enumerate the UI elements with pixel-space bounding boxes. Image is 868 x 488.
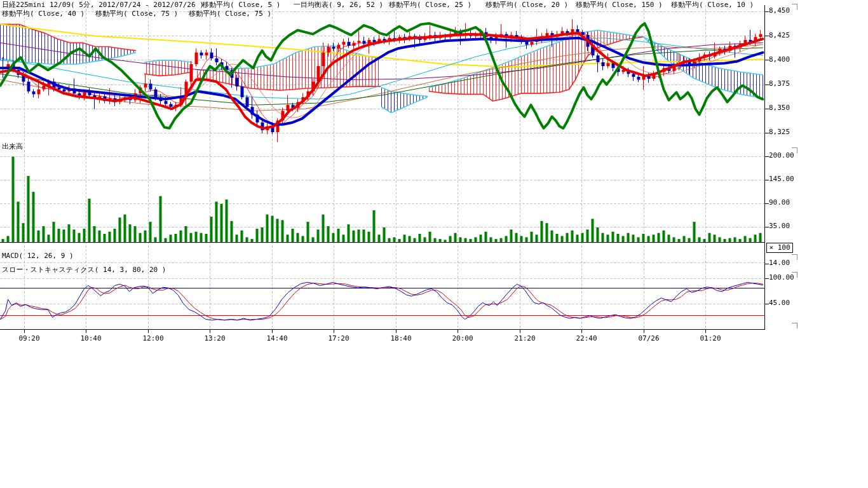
- time-label-0120: 01:20: [700, 335, 721, 342]
- time-label-2120: 21:20: [514, 335, 535, 342]
- time-label-1200: 12:00: [142, 335, 163, 342]
- volume-tick-145: 145.00: [769, 175, 794, 183]
- price-tick-8400: 8,400: [769, 56, 790, 64]
- price-tick-8375: 8,375: [769, 80, 790, 88]
- volume-tick-200: 200.00: [769, 152, 794, 159]
- volume-multiplier-badge: × 100: [766, 243, 793, 253]
- legend-ma-close-150[interactable]: 移動平均( Close, 150 ): [576, 1, 663, 9]
- price-tick-8350: 8,350: [769, 104, 790, 112]
- price-tick-8450: 8,450: [769, 7, 790, 15]
- time-label-2240: 22:40: [576, 335, 597, 342]
- macd-pane-label: MACD( 12, 26, 9 ): [2, 252, 74, 260]
- legend-ma-close-20[interactable]: 移動平均( Close, 20 ): [485, 1, 568, 9]
- volume-tick-35: 35.00: [769, 222, 790, 230]
- volume-tick-90: 90.00: [769, 199, 790, 207]
- chart-title: 日経225mini 12/09( 5分, 2012/07/24 - 2012/0…: [2, 1, 204, 9]
- stoch-pane-resize-handle[interactable]: [792, 272, 797, 278]
- stoch-tick-45: 45.00: [769, 299, 790, 307]
- time-label-1040: 10:40: [80, 335, 101, 342]
- stochastics-pane-label: スロー・ストキャスティクス( 14, 3, 80, 20 ): [2, 266, 166, 274]
- legend-ma-close-75a[interactable]: 移動平均( Close, 75 ): [95, 10, 178, 18]
- bottom-pane-resize-handle[interactable]: [792, 323, 797, 329]
- legend-ma-close-40[interactable]: 移動平均( Close, 40 ): [2, 10, 85, 18]
- time-label-1840: 18:40: [390, 335, 411, 342]
- price-tick-8425: 8,425: [769, 32, 790, 39]
- legend-ichimoku[interactable]: 一目均衡表( 9, 26, 52 ): [294, 1, 383, 9]
- time-label-1440: 14:40: [266, 335, 287, 342]
- time-label-1720: 17:20: [328, 335, 349, 342]
- legend-ma-close-10[interactable]: 移動平均( Close, 10 ): [671, 1, 754, 9]
- price-chart-canvas[interactable]: [0, 0, 868, 356]
- legend-ma-close-75b[interactable]: 移動平均( Close, 75 ): [189, 10, 271, 18]
- time-label-0920: 09:20: [18, 335, 39, 342]
- volume-pane-resize-handle[interactable]: [792, 147, 797, 153]
- price-tick-8325: 8,325: [769, 128, 790, 136]
- macd-tick-14: 14.00: [769, 259, 790, 267]
- main-pane-resize-handle[interactable]: [792, 4, 797, 10]
- macd-pane-resize-handle[interactable]: [792, 254, 797, 260]
- time-label-0726: 07/26: [638, 335, 659, 342]
- stoch-tick-100: 100.00: [769, 274, 794, 281]
- volume-pane-label: 出来高: [2, 143, 23, 151]
- time-label-1320: 13:20: [204, 335, 225, 342]
- legend-ma-close-25[interactable]: 移動平均( Close, 25 ): [389, 1, 471, 9]
- time-label-2000: 20:00: [452, 335, 473, 342]
- legend-ma-close-5[interactable]: 移動平均( Close, 5 ): [202, 1, 280, 9]
